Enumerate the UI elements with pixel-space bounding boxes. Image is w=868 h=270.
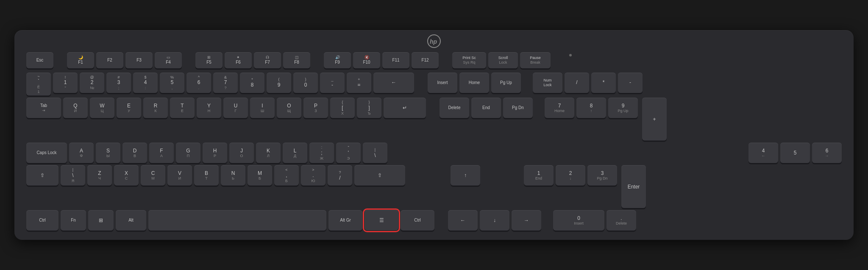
key-f8[interactable]: ◫F8 bbox=[283, 52, 310, 68]
key-n[interactable]: NЬ bbox=[221, 165, 245, 186]
key-numminus[interactable]: - bbox=[618, 73, 643, 93]
key-insert[interactable]: Insert bbox=[428, 73, 457, 93]
key-f12[interactable]: F12 bbox=[412, 52, 439, 68]
key-rctrl[interactable]: Ctrl bbox=[401, 210, 434, 231]
key-num9[interactable]: 9Pg Up bbox=[608, 98, 638, 118]
key-end[interactable]: End bbox=[471, 98, 501, 118]
key-fn[interactable]: Fn bbox=[61, 210, 86, 231]
key-rbracket[interactable]: }]Ъ bbox=[357, 98, 381, 118]
key-5[interactable]: % 5 , bbox=[160, 73, 184, 93]
key-pgup[interactable]: Pg Up bbox=[491, 73, 521, 93]
key-arrow-down[interactable]: ↓ bbox=[480, 210, 509, 231]
key-e[interactable]: EУ bbox=[117, 98, 141, 118]
key-arrow-left[interactable]: ← bbox=[448, 210, 478, 231]
key-backslash[interactable]: |\ bbox=[363, 143, 387, 163]
key-pause[interactable]: PauseBreak bbox=[520, 52, 551, 68]
key-f11[interactable]: F11 bbox=[382, 52, 409, 68]
key-rshift[interactable]: ⇧ bbox=[354, 165, 405, 186]
key-m[interactable]: MБ bbox=[248, 165, 272, 186]
key-h[interactable]: HР bbox=[203, 143, 227, 163]
key-pgdn[interactable]: Pg Dn bbox=[503, 98, 533, 118]
key-lalt[interactable]: Alt bbox=[116, 210, 146, 231]
key-enter[interactable]: ↵ bbox=[384, 98, 426, 118]
key-quote[interactable]: "'Э bbox=[336, 143, 361, 163]
key-nummul[interactable]: * bbox=[591, 73, 616, 93]
key-numdot[interactable]: .Delete bbox=[606, 210, 636, 231]
key-q[interactable]: QЙ bbox=[63, 98, 88, 118]
key-scrolllock[interactable]: ScrollLock bbox=[488, 52, 518, 68]
key-comma[interactable]: <,Б bbox=[274, 165, 299, 186]
key-f4[interactable]: ▭F4 bbox=[155, 52, 182, 68]
key-j[interactable]: JО bbox=[229, 143, 254, 163]
key-home[interactable]: Home bbox=[459, 73, 489, 93]
key-6[interactable]: ^ 6 . bbox=[186, 73, 211, 93]
key-arrow-right[interactable]: → bbox=[512, 210, 541, 231]
key-1[interactable]: ! 1 " bbox=[53, 73, 78, 93]
key-numplus[interactable]: + bbox=[642, 98, 667, 141]
key-equals[interactable]: + = bbox=[347, 73, 371, 93]
key-9[interactable]: ( 9 bbox=[267, 73, 291, 93]
key-o[interactable]: OЩ bbox=[277, 98, 301, 118]
key-s[interactable]: SЫ bbox=[96, 143, 120, 163]
key-num2[interactable]: 2↓ bbox=[556, 165, 585, 186]
key-numenter[interactable]: Enter bbox=[621, 165, 646, 208]
key-num7[interactable]: 7Home bbox=[545, 98, 574, 118]
key-num8[interactable]: 8↑ bbox=[576, 98, 606, 118]
key-d[interactable]: DВ bbox=[122, 143, 147, 163]
key-arrow-up[interactable]: ↑ bbox=[451, 165, 480, 186]
key-f7[interactable]: ☊F7 bbox=[254, 52, 281, 68]
key-altgr[interactable]: Alt Gr bbox=[328, 210, 362, 231]
key-c[interactable]: CМ bbox=[141, 165, 165, 186]
key-0[interactable]: ) 0 bbox=[293, 73, 318, 93]
key-backspace[interactable]: ← bbox=[373, 73, 414, 93]
key-f9[interactable]: 🔊F9 bbox=[324, 52, 351, 68]
key-minus[interactable]: _ - bbox=[320, 73, 345, 93]
key-numdiv[interactable]: / bbox=[565, 73, 589, 93]
key-num6[interactable]: 6→ bbox=[812, 143, 842, 163]
key-g[interactable]: GП bbox=[176, 143, 200, 163]
key-intl[interactable]: |\Я bbox=[61, 165, 85, 186]
key-esc[interactable]: Esc bbox=[26, 52, 53, 68]
key-r[interactable]: RК bbox=[143, 98, 168, 118]
key-num1[interactable]: 1End bbox=[524, 165, 554, 186]
key-t[interactable]: TЕ bbox=[170, 98, 195, 118]
key-printsc[interactable]: Print ScSys Rq bbox=[452, 52, 486, 68]
key-period[interactable]: >.Ю bbox=[301, 165, 326, 186]
key-f3[interactable]: F3 bbox=[125, 52, 153, 68]
key-b[interactable]: BТ bbox=[194, 165, 219, 186]
key-x[interactable]: XС bbox=[114, 165, 139, 186]
key-k[interactable]: KЛ bbox=[256, 143, 281, 163]
key-u[interactable]: UГ bbox=[223, 98, 248, 118]
key-delete[interactable]: Delete bbox=[440, 98, 469, 118]
key-f1[interactable]: 🌙F1 bbox=[67, 52, 94, 68]
key-semicolon[interactable]: :;Ж bbox=[309, 143, 334, 163]
key-slash[interactable]: ?/ bbox=[328, 165, 352, 186]
key-i[interactable]: IШ bbox=[250, 98, 275, 118]
key-space[interactable] bbox=[148, 210, 326, 231]
key-3[interactable]: # 3 ; bbox=[106, 73, 131, 93]
key-f[interactable]: FА bbox=[149, 143, 174, 163]
key-num0[interactable]: 0Insert bbox=[553, 210, 604, 231]
key-menu[interactable]: ☰ bbox=[364, 210, 398, 231]
key-numlock[interactable]: NumLock bbox=[533, 73, 562, 93]
key-capslock[interactable]: Caps Lock bbox=[26, 143, 67, 163]
key-4[interactable]: $ 4 : bbox=[133, 73, 158, 93]
key-num3[interactable]: 3Pg Dn bbox=[587, 165, 617, 186]
key-num5[interactable]: 5 bbox=[780, 143, 810, 163]
key-2[interactable]: @ 2 № bbox=[80, 73, 104, 93]
key-f10[interactable]: 🔇F10 bbox=[353, 52, 380, 68]
key-tab[interactable]: Tab ⇥ bbox=[26, 98, 61, 118]
key-v[interactable]: VИ bbox=[167, 165, 192, 186]
key-f6[interactable]: ✦F6 bbox=[225, 52, 252, 68]
key-w[interactable]: WЦ bbox=[90, 98, 114, 118]
key-f5[interactable]: ⊞F5 bbox=[195, 52, 223, 68]
key-lshift[interactable]: ⇧ bbox=[26, 165, 58, 186]
key-z[interactable]: ZЧ bbox=[87, 165, 112, 186]
key-p[interactable]: PЗ bbox=[303, 98, 328, 118]
key-win[interactable]: ⊞ bbox=[88, 210, 114, 231]
key-y[interactable]: YН bbox=[197, 98, 221, 118]
key-7[interactable]: & 7 ? bbox=[213, 73, 238, 93]
key-lbracket[interactable]: {[Х bbox=[330, 98, 355, 118]
key-lctrl[interactable]: Ctrl bbox=[26, 210, 58, 231]
key-a[interactable]: AФ bbox=[69, 143, 94, 163]
